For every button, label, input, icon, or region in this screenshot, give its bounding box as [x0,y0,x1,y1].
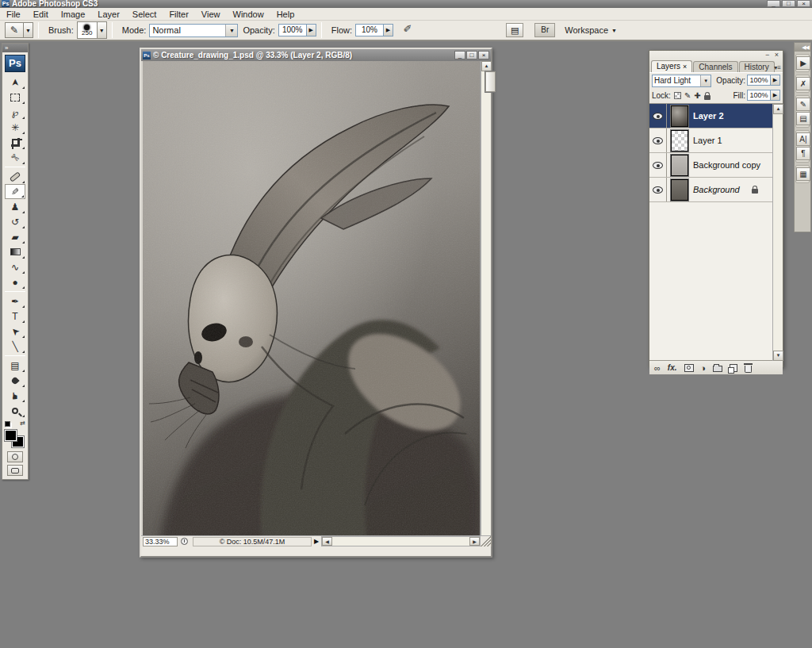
layer-row[interactable]: Background copy [649,153,772,178]
visibility-toggle[interactable] [649,153,667,177]
scroll-up-icon[interactable]: ▲ [481,61,492,71]
menu-window[interactable]: Window [227,10,270,19]
visibility-toggle[interactable] [649,128,667,152]
canvas[interactable] [143,61,481,546]
chevron-down-icon[interactable]: ▼ [700,75,710,86]
layer-blend-mode-select[interactable]: Hard Light ▼ [652,75,711,87]
layers-scrollbar[interactable]: ▲ ▼ [772,104,783,361]
foreground-color-swatch[interactable] [5,430,17,441]
rectangular-marquee-tool[interactable] [5,90,25,105]
lock-pixels-icon[interactable]: ✎ [684,92,691,100]
zoom-tool[interactable] [5,403,25,418]
panel-close-icon[interactable]: × [775,51,780,59]
slider-arrow-icon[interactable]: ▶ [307,24,316,36]
doc-close-button[interactable]: × [478,51,489,59]
scroll-up-icon[interactable]: ▲ [773,104,783,114]
new-group-icon[interactable] [713,366,722,372]
paragraph-icon[interactable]: ¶ [796,147,810,160]
minimize-button[interactable]: _ [767,0,780,7]
eyedropper-tool[interactable] [5,373,25,388]
layer-thumbnail[interactable] [671,155,688,176]
eraser-tool[interactable]: ▰ [5,229,25,244]
tab-channels[interactable]: Channels [693,61,737,72]
quick-mask-button[interactable] [7,451,23,462]
menu-select[interactable]: Select [126,10,163,19]
menu-edit[interactable]: Edit [27,10,55,19]
brush-preset-picker[interactable]: 250 ▼ [77,21,107,39]
layer-name[interactable]: Layer 2 [693,111,724,121]
lock-position-icon[interactable]: ✚ [694,92,700,100]
scroll-right-icon[interactable]: ▶ [469,537,480,546]
brushes-palette-toggle[interactable]: ▤ [506,23,523,37]
slider-arrow-icon[interactable]: ▶ [384,24,393,36]
tab-layers[interactable]: Layers× [651,60,692,72]
vertical-scroll-thumb[interactable] [485,71,496,92]
layer-opacity-field[interactable]: 100% ▶ [747,75,780,87]
bridge-button[interactable]: Br [534,23,555,37]
slider-arrow-icon[interactable]: ▶ [771,75,780,86]
workspace-menu[interactable]: Workspace ▼ [565,25,617,35]
layer-comps-icon[interactable]: ▦ [796,167,810,181]
close-button[interactable]: × [797,0,810,7]
menu-view[interactable]: View [195,10,227,19]
smudge-tool[interactable]: ∿ [5,259,25,274]
layer-row[interactable]: Layer 1 [649,128,772,153]
layer-fill-value[interactable]: 100% [747,90,771,101]
slice-tool[interactable]: ✄ [5,150,25,165]
gradient-tool[interactable] [5,244,25,259]
doc-maximize-button[interactable]: □ [466,51,477,59]
layer-row[interactable]: Layer 2 [649,104,772,128]
status-expand-icon[interactable]: ▶ [314,538,319,545]
swap-colors-icon[interactable]: ⇄ [20,420,25,427]
menu-filter[interactable]: Filter [163,10,194,19]
scroll-down-icon[interactable]: ▼ [773,351,783,361]
brushes-icon[interactable]: ✎ [796,98,810,111]
flow-value[interactable]: 10% [355,24,384,36]
hand-tool[interactable]: ☛ [5,388,25,403]
lock-transparency-icon[interactable] [674,92,681,99]
opacity-value[interactable]: 100% [278,24,307,36]
lock-all-icon[interactable] [704,95,710,100]
panel-menu-icon[interactable]: ▾≡ [774,64,781,71]
tab-close-icon[interactable]: × [683,63,687,71]
blend-mode-select[interactable]: Normal ▼ [149,24,238,37]
toolbox-expand-toggle[interactable]: » [2,44,28,52]
chevron-down-icon[interactable]: ▼ [24,22,33,38]
screen-mode-button[interactable] [7,465,23,476]
lasso-tool[interactable]: ℘ [5,105,25,120]
resize-grip[interactable] [481,536,491,546]
chevron-down-icon[interactable]: ▼ [225,25,237,36]
chevron-down-icon[interactable]: ▼ [98,21,107,39]
new-layer-icon[interactable] [730,364,737,372]
move-tool[interactable]: ➤ [5,75,25,90]
visibility-toggle[interactable] [649,104,667,128]
character-icon[interactable]: A| [796,132,810,146]
link-layers-icon[interactable]: ∞ [654,362,661,374]
delete-layer-icon[interactable] [745,366,752,373]
healing-brush-tool[interactable] [5,169,25,184]
scroll-left-icon[interactable]: ◀ [322,537,332,546]
layer-name[interactable]: Background copy [693,160,760,170]
zoom-level-field[interactable]: 33.33% [143,537,178,546]
layer-style-icon[interactable]: fx. [668,363,677,372]
layer-fill-field[interactable]: 100% ▶ [747,90,780,102]
path-selection-tool[interactable]: ➤ [5,324,25,339]
maximize-button[interactable]: □ [782,0,795,7]
layer-thumbnail[interactable] [671,179,688,201]
layer-name[interactable]: Layer 1 [693,136,722,145]
dodge-tool[interactable]: ● [5,274,25,289]
menu-image[interactable]: Image [55,10,92,19]
dock-collapse-toggle[interactable]: ◀◀ [795,43,810,52]
layer-name[interactable]: Background [693,185,740,194]
menu-help[interactable]: Help [270,10,301,19]
menu-file[interactable]: File [0,10,27,19]
tool-preset-picker[interactable]: ✎ ▼ [5,22,33,38]
line-tool[interactable]: ╲ [5,339,25,354]
opacity-field[interactable]: 100% ▶ [278,24,316,36]
actions-icon[interactable]: ▶ [796,56,810,70]
visibility-toggle[interactable] [649,178,667,201]
brush-preview-box[interactable]: 250 [77,21,98,39]
layer-thumbnail[interactable] [671,105,688,127]
horizontal-scrollbar[interactable]: ◀ ▶ [321,536,481,546]
doc-minimize-button[interactable]: _ [454,51,465,59]
